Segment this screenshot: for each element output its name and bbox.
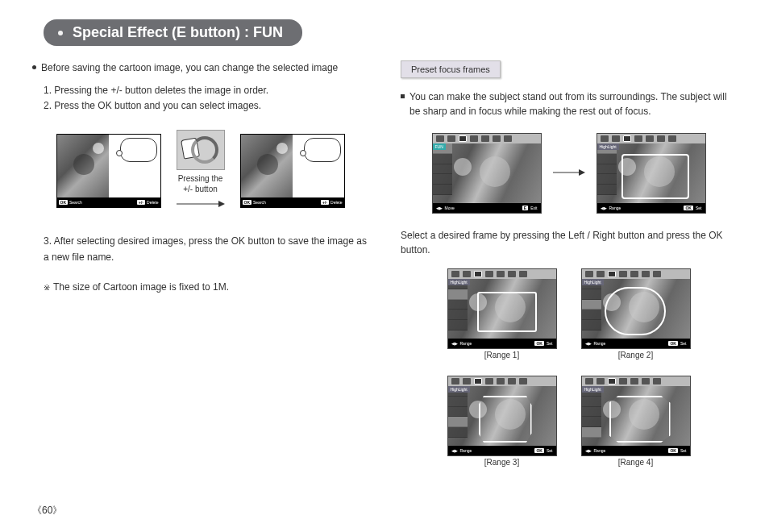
bullet-icon: [32, 65, 36, 69]
ok-key: OK: [59, 200, 69, 205]
press-button-icon: [177, 130, 225, 170]
arrow-right-icon: [177, 199, 225, 211]
camera-highlight-menu: HighLight ◀▶Range OK Set: [596, 133, 706, 214]
step-2: 2. Press the OK button and you can selec…: [44, 98, 368, 114]
focus-frame-icon: [477, 292, 537, 332]
range-4-block: HighLight ◀▶RangeOKSet [Range 4]: [581, 376, 691, 467]
mid-label-2: +/- button: [178, 184, 223, 194]
photo-thumb: [57, 135, 109, 197]
camera-row-top: FUN ◀▶Move E Exit: [401, 133, 737, 214]
page-number: 60: [32, 504, 62, 517]
square-bullet-icon: [401, 94, 405, 98]
range-grid: HighLight ◀▶RangeOKSet [Range 1] HighLig…: [401, 268, 737, 467]
search-label: Search: [69, 200, 82, 205]
dial-icon: [191, 136, 218, 164]
range-label: Range: [609, 206, 621, 210]
right-intro-line: You can make the subject stand out from …: [401, 89, 737, 118]
camera-sidemenu: [433, 143, 452, 195]
range-1-block: HighLight ◀▶RangeOKSet [Range 1]: [447, 268, 557, 360]
camera-sidemenu: [597, 143, 617, 195]
search-label: Search: [253, 200, 266, 205]
camera-range-3: HighLight ◀▶RangeOKSet: [447, 376, 557, 456]
focus-frame-icon: [605, 287, 666, 335]
e-key: E: [522, 206, 528, 210]
delete-label: Delete: [147, 200, 158, 205]
range-3-block: HighLight ◀▶RangeOKSet [Range 3]: [447, 376, 557, 467]
speech-bubble-icon: [120, 138, 157, 162]
mid-label-1: Pressing the: [178, 173, 223, 184]
pm-key: +/-: [137, 200, 145, 205]
camera-range-1: HighLight ◀▶RangeOKSet: [447, 268, 557, 349]
focus-frame-icon: [621, 154, 689, 199]
pm-key: +/-: [321, 200, 329, 205]
svg-marker-1: [218, 201, 225, 207]
range-4-caption: [Range 4]: [618, 458, 653, 467]
right-column: Preset focus frames You can make the sub…: [401, 60, 737, 467]
speech-bubble-icon: [304, 138, 341, 162]
intro-line: Before saving the cartoon image, you can…: [32, 60, 368, 75]
ok-key: OK: [243, 200, 252, 205]
right-intro-text: You can make the subject stand out from …: [409, 89, 737, 118]
move-label: Move: [445, 206, 455, 210]
camera-botbar: ◀▶Move E Exit: [433, 203, 541, 213]
exit-label: Exit: [530, 206, 537, 210]
lcd-bottombar: OK Search +/- Delete: [241, 197, 344, 207]
set-label: Set: [696, 206, 702, 210]
lcd-sequence: OK Search +/- Delete Pressing the: [32, 130, 368, 211]
step-1: 1. Pressing the +/- button deletes the i…: [44, 83, 368, 98]
range-2-caption: [Range 2]: [618, 351, 653, 360]
lcd-bottombar: OK Search +/- Delete: [57, 197, 160, 207]
camera-topbar: [597, 134, 705, 143]
lcd-before: OK Search +/- Delete: [56, 134, 161, 208]
speech-panel: [293, 135, 344, 197]
camera-topbar: [433, 134, 541, 143]
title-text: Special Effect (E button) : FUN: [73, 24, 283, 41]
middle-action: Pressing the +/- button: [169, 130, 232, 211]
note-symbol: ※: [44, 283, 50, 292]
range-3-caption: [Range 3]: [484, 458, 519, 467]
arrow-right-icon: [553, 168, 585, 180]
page-title: Special Effect (E button) : FUN: [44, 19, 302, 46]
camera-range-2: HighLight ◀▶RangeOKSet: [581, 268, 691, 349]
focus-frame-icon: [479, 396, 532, 443]
ok-key: OK: [684, 206, 693, 210]
camera-botbar: ◀▶Range OK Set: [597, 203, 705, 213]
note-line: ※The size of Cartoon image is fixed to 1…: [44, 280, 368, 295]
focus-frame-icon: [609, 396, 671, 443]
speech-panel: [109, 135, 160, 197]
fun-tag: FUN: [433, 143, 446, 150]
camera-range-4: HighLight ◀▶RangeOKSet: [581, 376, 691, 456]
select-text: Select a desired frame by pressing the L…: [401, 228, 737, 257]
camera-fun-menu: FUN ◀▶Move E Exit: [432, 133, 542, 214]
svg-marker-3: [579, 169, 585, 176]
intro-text: Before saving the cartoon image, you can…: [41, 60, 338, 75]
range-1-caption: [Range 1]: [484, 351, 519, 360]
highlight-tag: HighLight: [597, 143, 619, 150]
step-3: 3. After selecting desired images, press…: [44, 234, 368, 264]
range-2-block: HighLight ◀▶RangeOKSet [Range 2]: [581, 268, 691, 360]
left-column: Before saving the cartoon image, you can…: [32, 60, 368, 467]
title-bullet-icon: [58, 31, 63, 35]
note-text: The size of Cartoon image is fixed to 1M…: [53, 281, 229, 293]
delete-label: Delete: [330, 200, 342, 205]
photo-thumb: [241, 135, 293, 197]
section-label: Preset focus frames: [401, 60, 501, 78]
lcd-after: OK Search +/- Delete: [240, 134, 345, 208]
